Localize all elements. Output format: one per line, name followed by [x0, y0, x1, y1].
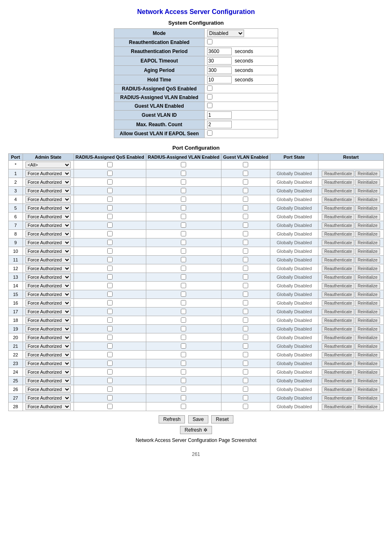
- port-radius-vlan-cb[interactable]: [181, 179, 186, 185]
- port-radius-vlan-cb[interactable]: [181, 274, 186, 280]
- port-admin-state[interactable]: Force AuthorizedForce UnauthorizedAuto: [23, 169, 74, 178]
- port-admin-state[interactable]: Force AuthorizedForce UnauthorizedAuto: [23, 333, 74, 342]
- reinitialize-button[interactable]: Reinitialize: [355, 248, 380, 254]
- reauthenticate-button[interactable]: Reauthenticate: [322, 326, 354, 332]
- port-guest-vlan[interactable]: [221, 204, 270, 213]
- port-radius-qos[interactable]: [74, 359, 146, 368]
- port-guest-vlan[interactable]: [221, 351, 270, 359]
- port-all-guest-vlan-cb[interactable]: [243, 162, 248, 167]
- reinitialize-button[interactable]: Reinitialize: [355, 257, 380, 263]
- port-guest-vlan[interactable]: [221, 238, 270, 247]
- port-radius-qos-cb[interactable]: [107, 222, 113, 228]
- reinitialize-button[interactable]: Reinitialize: [355, 378, 380, 384]
- port-radius-vlan[interactable]: [146, 325, 221, 333]
- port-radius-vlan-cb[interactable]: [181, 326, 186, 331]
- port-guest-vlan-cb[interactable]: [243, 188, 248, 193]
- port-guest-vlan[interactable]: [221, 342, 270, 351]
- port-radius-qos-cb[interactable]: [107, 205, 113, 210]
- port-radius-vlan-cb[interactable]: [181, 257, 186, 262]
- reauthenticate-button[interactable]: Reauthenticate: [322, 197, 354, 203]
- port-radius-qos-cb[interactable]: [107, 317, 113, 323]
- reauth-enabled-checkbox[interactable]: [207, 39, 212, 44]
- port-radius-vlan-cb[interactable]: [181, 240, 186, 245]
- reinitialize-button[interactable]: Reinitialize: [355, 369, 380, 375]
- reauthenticate-button[interactable]: Reauthenticate: [322, 361, 354, 367]
- port-radius-vlan-cb[interactable]: [181, 248, 186, 254]
- port-admin-select[interactable]: Force AuthorizedForce UnauthorizedAuto: [25, 317, 71, 324]
- port-guest-vlan-cb[interactable]: [243, 404, 248, 409]
- port-radius-qos-cb[interactable]: [107, 171, 113, 176]
- save-button[interactable]: Save: [188, 415, 208, 423]
- port-guest-vlan-cb[interactable]: [243, 222, 248, 228]
- port-admin-select[interactable]: Force AuthorizedForce UnauthorizedAuto: [25, 170, 71, 177]
- reinitialize-button[interactable]: Reinitialize: [355, 197, 380, 203]
- port-guest-vlan[interactable]: [221, 273, 270, 282]
- reauthenticate-button[interactable]: Reauthenticate: [322, 317, 354, 324]
- port-guest-vlan-cb[interactable]: [243, 283, 248, 288]
- port-radius-qos-cb[interactable]: [107, 361, 113, 366]
- reinitialize-button[interactable]: Reinitialize: [355, 240, 380, 246]
- reinitialize-button[interactable]: Reinitialize: [355, 231, 380, 237]
- reauthenticate-button[interactable]: Reauthenticate: [322, 386, 354, 393]
- max-reauth-cell[interactable]: [205, 120, 278, 130]
- port-radius-qos[interactable]: [74, 230, 146, 238]
- reauthenticate-button[interactable]: Reauthenticate: [322, 343, 354, 349]
- port-radius-qos[interactable]: [74, 308, 146, 316]
- port-radius-qos[interactable]: [74, 256, 146, 264]
- port-radius-vlan-cb[interactable]: [181, 188, 186, 193]
- port-guest-vlan[interactable]: [221, 368, 270, 377]
- port-radius-vlan[interactable]: [146, 221, 221, 230]
- port-radius-qos[interactable]: [74, 316, 146, 325]
- port-admin-select[interactable]: Force AuthorizedForce UnauthorizedAuto: [25, 343, 71, 349]
- port-radius-vlan-cb[interactable]: [181, 222, 186, 228]
- port-admin-select[interactable]: Force AuthorizedForce UnauthorizedAuto: [25, 403, 71, 410]
- port-radius-vlan[interactable]: [146, 359, 221, 368]
- reauthenticate-button[interactable]: Reauthenticate: [322, 205, 354, 211]
- port-admin-state[interactable]: Force AuthorizedForce UnauthorizedAuto: [23, 204, 74, 213]
- port-radius-vlan[interactable]: [146, 247, 221, 256]
- port-radius-qos-cb[interactable]: [107, 197, 113, 202]
- port-guest-vlan-cb[interactable]: [243, 378, 248, 383]
- port-all-admin-select[interactable]: <All> Force Authorized Force Unauthorize…: [25, 162, 71, 168]
- port-admin-state[interactable]: Force AuthorizedForce UnauthorizedAuto: [23, 368, 74, 377]
- reinitialize-button[interactable]: Reinitialize: [355, 317, 380, 324]
- port-radius-vlan[interactable]: [146, 187, 221, 195]
- mode-value-cell[interactable]: Disabled 802.1X MAC-Based: [205, 29, 278, 38]
- port-admin-state[interactable]: Force AuthorizedForce UnauthorizedAuto: [23, 273, 74, 282]
- port-admin-select[interactable]: Force AuthorizedForce UnauthorizedAuto: [25, 282, 71, 289]
- port-admin-state[interactable]: Force AuthorizedForce UnauthorizedAuto: [23, 256, 74, 264]
- port-radius-qos-cb[interactable]: [107, 352, 113, 357]
- port-admin-select[interactable]: Force AuthorizedForce UnauthorizedAuto: [25, 257, 71, 263]
- port-radius-vlan-cb[interactable]: [181, 386, 186, 392]
- reauth-period-input[interactable]: [207, 48, 232, 55]
- port-admin-select[interactable]: Force AuthorizedForce UnauthorizedAuto: [25, 196, 71, 203]
- port-admin-state[interactable]: Force AuthorizedForce UnauthorizedAuto: [23, 402, 74, 411]
- port-guest-vlan[interactable]: [221, 359, 270, 368]
- port-admin-state[interactable]: Force AuthorizedForce UnauthorizedAuto: [23, 316, 74, 325]
- port-guest-vlan-cb[interactable]: [243, 197, 248, 202]
- reinitialize-button[interactable]: Reinitialize: [355, 300, 380, 306]
- guest-vlan-enabled-cell[interactable]: [205, 102, 278, 111]
- port-admin-state[interactable]: Force AuthorizedForce UnauthorizedAuto: [23, 394, 74, 402]
- port-all-admin[interactable]: <All> Force Authorized Force Unauthorize…: [23, 161, 74, 169]
- port-radius-vlan-cb[interactable]: [181, 352, 186, 357]
- port-admin-state[interactable]: Force AuthorizedForce UnauthorizedAuto: [23, 359, 74, 368]
- port-guest-vlan[interactable]: [221, 213, 270, 221]
- port-radius-qos-cb[interactable]: [107, 300, 113, 305]
- port-radius-vlan[interactable]: [146, 299, 221, 308]
- radius-qos-checkbox[interactable]: [207, 86, 212, 91]
- port-radius-qos-cb[interactable]: [107, 214, 113, 219]
- reinitialize-button[interactable]: Reinitialize: [355, 343, 380, 349]
- port-radius-vlan-cb[interactable]: [181, 171, 186, 176]
- port-admin-state[interactable]: Force AuthorizedForce UnauthorizedAuto: [23, 282, 74, 290]
- port-radius-vlan[interactable]: [146, 230, 221, 238]
- port-admin-select[interactable]: Force AuthorizedForce UnauthorizedAuto: [25, 386, 71, 393]
- port-radius-qos[interactable]: [74, 195, 146, 204]
- port-guest-vlan[interactable]: [221, 290, 270, 299]
- port-radius-qos[interactable]: [74, 368, 146, 377]
- port-radius-qos-cb[interactable]: [107, 343, 113, 349]
- port-all-radius-vlan[interactable]: [146, 161, 221, 169]
- port-admin-select[interactable]: Force AuthorizedForce UnauthorizedAuto: [25, 231, 71, 237]
- port-radius-qos-cb[interactable]: [107, 386, 113, 392]
- port-radius-vlan-cb[interactable]: [181, 283, 186, 288]
